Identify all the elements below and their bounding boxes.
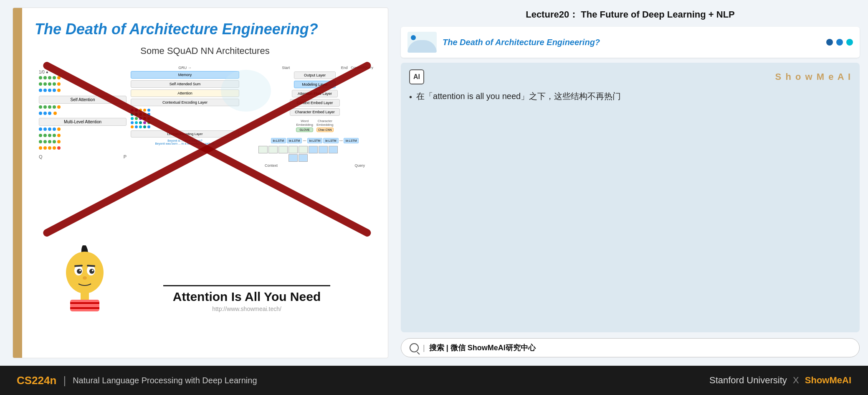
svg-point-9 — [92, 270, 94, 271]
svg-point-7 — [89, 269, 94, 274]
char-cnn-block: Char-CNN — [316, 127, 334, 132]
course-code: CS224n — [17, 374, 56, 387]
neural-dots-mid — [39, 105, 127, 116]
modeling-layer-block: Modeling Layer — [294, 81, 336, 88]
grid-boxes — [256, 146, 340, 162]
search-icon — [410, 343, 419, 352]
self-attention-block: Self Attention — [39, 96, 127, 104]
slide-url: http://www.showmeai.tech/ — [127, 306, 367, 312]
slide-panel: The Death of Architecture Engineering? S… — [13, 8, 388, 358]
svg-rect-14 — [70, 300, 99, 311]
attention-section: Attention Is All You Need http://www.sho… — [127, 285, 367, 312]
diagram-placeholder: 1/0 ● — [35, 61, 375, 237]
neural-dots-left — [39, 76, 127, 93]
svg-rect-13 — [81, 291, 89, 300]
context2query-label: Context2Query — [351, 66, 373, 69]
bilstm-row-section: bi-LSTM bi-LSTM ··· bi-LSTM bi-LSTM ··· … — [256, 138, 373, 143]
course-name: Natural Language Processing with Deep Le… — [73, 376, 257, 385]
dot-dark-blue — [826, 39, 833, 46]
slide-header-card: The Death of Architecture Engineering? — [401, 27, 860, 58]
architecture-diagram: 1/0 ● — [35, 61, 375, 237]
bottom-section: Attention Is All You Need http://www.sho… — [35, 241, 375, 316]
svg-rect-15 — [70, 302, 99, 304]
slide-thumbnail — [407, 32, 437, 53]
ai-card-header: AI S h o w M e A I — [409, 69, 851, 84]
char-embed-block: Character Embed Layer — [290, 108, 340, 116]
glove-block: GLOVE — [296, 127, 313, 132]
word-emb-label: WordEmbedding — [296, 119, 313, 127]
bottom-left: CS224n | Natural Language Processing wit… — [17, 374, 257, 387]
slide-subtitle: Some SQuAD NN Architectures — [35, 46, 375, 56]
ai-content: • 在「attention is all you need」之下，这些结构不再热… — [409, 89, 851, 104]
memory-block: Memory — [131, 71, 239, 79]
search-text: 搜索 | 微信 ShowMeAI研究中心 — [429, 343, 536, 353]
neural-dots-bottom — [39, 127, 127, 151]
multilevel-block: Multi-Level Attention — [39, 118, 127, 126]
bottom-right: Stanford University X ShowMeAI — [709, 375, 851, 386]
ai-icon: AI — [409, 69, 424, 84]
attention-divider — [163, 285, 330, 286]
lecture-title: Lecture20： The Future of Deep Learning +… — [401, 4, 860, 27]
circle-bg — [221, 70, 271, 112]
svg-rect-16 — [70, 307, 99, 309]
x-separator: X — [793, 375, 799, 385]
ai-bullet-text: 在「attention is all you need」之下，这些结构不再热门 — [416, 89, 621, 103]
character-area — [60, 245, 110, 312]
slide-inner: The Death of Architecture Engineering? S… — [22, 8, 388, 358]
dot-cyan — [846, 39, 853, 46]
lexicon-block: Lexicon Encoding Layer — [131, 130, 239, 138]
dot-medium-blue — [836, 39, 843, 46]
slide-title: The Death of Architecture Engineering? — [35, 20, 375, 38]
svg-point-3 — [66, 252, 104, 293]
search-bar[interactable]: | 搜索 | 微信 ShowMeAI研究中心 — [401, 338, 860, 357]
svg-point-6 — [77, 269, 82, 274]
bottom-bar: CS224n | Natural Language Processing wit… — [0, 366, 868, 395]
ai-annotation-card: AI S h o w M e A I • 在「attention is all … — [401, 63, 860, 332]
context-query-labels: ContextQuery — [256, 163, 373, 168]
header-dots — [826, 39, 853, 46]
right-panel: Lecture20： The Future of Deep Learning +… — [397, 0, 868, 366]
arch-left: 1/0 ● — [39, 70, 127, 220]
context-embed-block: Context Embed Layer — [290, 99, 340, 107]
ai-brand-label: S h o w M e A I — [775, 71, 851, 82]
arch-right: StartEnd Output Layer Modeling Layer Att… — [256, 66, 373, 224]
brand-text: ShowMeAI — [805, 375, 851, 385]
bullet-dot: • — [409, 90, 412, 104]
slide-header-title: The Death of Architecture Engineering? — [443, 38, 600, 47]
qp-labels: QP — [39, 154, 127, 159]
output-layer-block: Output Layer — [294, 71, 336, 79]
beyonit-label1: Beyonit is ... what religion? — [131, 139, 239, 142]
search-divider: | — [423, 344, 425, 352]
char-emb-label: CharacterEmbedding — [316, 119, 334, 127]
ai-bullet-item: • 在「attention is all you need」之下，这些结构不再热… — [409, 89, 851, 104]
bottom-divider: | — [63, 374, 66, 387]
university-text: Stanford University — [709, 375, 787, 385]
slide-left-bar — [13, 8, 22, 358]
attention-flow-block: Attention Flow Layer — [292, 90, 338, 97]
middle-dots-grid — [131, 109, 239, 128]
bilstm-section: WordEmbedding GLOVE CharacterEmbedding C… — [256, 119, 373, 134]
attention-title: Attention Is All You Need — [127, 290, 367, 304]
beyonit-label2: Beyonit was born ... in a Methodist hous… — [131, 142, 239, 145]
ai-icon-label: AI — [413, 73, 420, 81]
svg-point-12 — [83, 276, 87, 280]
svg-point-8 — [79, 270, 81, 271]
